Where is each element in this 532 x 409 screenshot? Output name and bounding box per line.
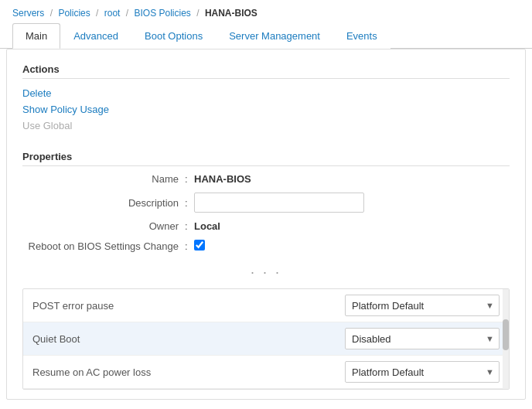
resume-ac-select-wrapper: Platform Default Enabled Disabled Last S… — [345, 361, 500, 383]
prop-label-description: Description — [22, 197, 185, 209]
tab-main[interactable]: Main — [12, 23, 60, 49]
breadcrumb-policies[interactable]: Policies — [58, 8, 90, 19]
breadcrumb-sep-1: / — [50, 8, 53, 19]
tab-boot-options[interactable]: Boot Options — [131, 23, 216, 49]
prop-colon-name: : — [185, 173, 194, 185]
breadcrumb: Servers / Policies / root / BIOS Policie… — [0, 0, 532, 23]
prop-value-name: HANA-BIOS — [194, 173, 510, 185]
quiet-boot-select[interactable]: Platform Default Enabled Disabled — [345, 328, 500, 349]
dropdown-section: POST error pause Platform Default Enable… — [22, 288, 510, 390]
tab-bar: Main Advanced Boot Options Server Manage… — [0, 23, 532, 49]
post-error-select-wrapper: Platform Default Enabled Disabled ▼ — [345, 295, 500, 316]
prop-label-owner: Owner — [22, 220, 185, 232]
breadcrumb-sep-4: / — [196, 8, 199, 19]
prop-colon-description: : — [185, 197, 194, 209]
prop-row-description: Description : — [22, 189, 510, 216]
tab-advanced[interactable]: Advanced — [60, 23, 131, 49]
tab-server-management[interactable]: Server Management — [216, 23, 333, 49]
scrollbar[interactable] — [503, 289, 509, 389]
prop-colon-reboot: : — [185, 240, 194, 252]
breadcrumb-sep-3: / — [126, 8, 128, 19]
prop-colon-owner: : — [185, 220, 194, 232]
breadcrumb-bios-policies[interactable]: BIOS Policies — [134, 8, 190, 19]
content-area: Actions Delete Show Policy Usage Use Glo… — [7, 49, 525, 399]
breadcrumb-root[interactable]: root — [104, 8, 121, 19]
action-show-policy-usage[interactable]: Show Policy Usage — [22, 101, 510, 118]
dropdown-label-post-error: POST error pause — [32, 300, 345, 312]
actions-list: Delete Show Policy Usage Use Global — [22, 82, 510, 140]
resume-ac-select[interactable]: Platform Default Enabled Disabled Last S… — [345, 361, 500, 383]
dropdown-label-quiet-boot: Quiet Boot — [32, 333, 345, 345]
main-content: Actions Delete Show Policy Usage Use Glo… — [6, 49, 526, 400]
actions-header: Actions — [22, 59, 510, 79]
prop-value-owner: Local — [194, 220, 510, 232]
prop-row-owner: Owner : Local — [22, 216, 510, 236]
prop-row-reboot: Reboot on BIOS Settings Change : — [22, 236, 510, 257]
scrollbar-thumb[interactable] — [503, 319, 509, 350]
tab-events[interactable]: Events — [333, 23, 390, 49]
quiet-boot-select-wrapper: Platform Default Enabled Disabled ▼ — [345, 328, 500, 349]
action-delete[interactable]: Delete — [22, 85, 510, 101]
prop-label-reboot: Reboot on BIOS Settings Change — [22, 240, 185, 252]
breadcrumb-sep-2: / — [96, 8, 98, 19]
prop-value-description — [194, 193, 510, 213]
properties-section: Properties Name : HANA-BIOS Description … — [22, 146, 510, 257]
dropdown-row-post-error: POST error pause Platform Default Enable… — [23, 289, 509, 322]
breadcrumb-current: HANA-BIOS — [205, 8, 257, 19]
breadcrumb-servers[interactable]: Servers — [12, 8, 44, 19]
dots-divider: · · · — [22, 261, 510, 284]
dropdown-row-resume-ac: Resume on AC power loss Platform Default… — [23, 356, 509, 389]
post-error-select[interactable]: Platform Default Enabled Disabled — [345, 295, 500, 316]
prop-label-name: Name — [22, 173, 185, 185]
description-input[interactable] — [194, 193, 364, 213]
dropdown-label-resume-ac: Resume on AC power loss — [32, 366, 345, 378]
properties-header: Properties — [22, 146, 510, 166]
prop-row-name: Name : HANA-BIOS — [22, 169, 510, 189]
reboot-checkbox[interactable] — [194, 240, 205, 251]
prop-value-reboot — [194, 240, 510, 253]
action-use-global: Use Global — [22, 118, 510, 134]
dropdown-row-quiet-boot: Quiet Boot Platform Default Enabled Disa… — [23, 322, 509, 356]
